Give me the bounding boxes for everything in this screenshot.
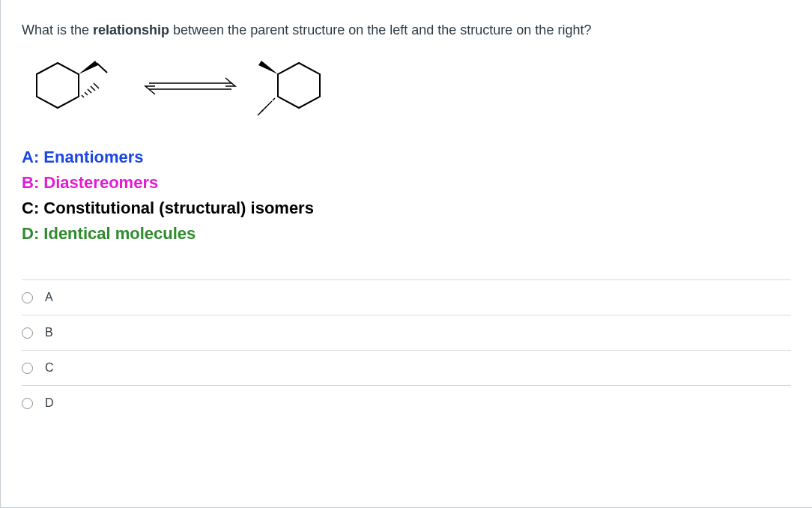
option-label: A (45, 291, 53, 304)
question-suffix: between the parent structure on the left… (169, 22, 591, 37)
answer-key-d: D: Identical molecules (22, 221, 791, 247)
question-prefix: What is the (22, 22, 93, 37)
question-bold: relationship (93, 22, 169, 37)
svg-line-16 (258, 110, 263, 115)
svg-line-4 (85, 92, 88, 95)
svg-marker-0 (37, 63, 79, 108)
answer-key-a: A: Enantiomers (22, 145, 791, 170)
option-row[interactable]: C (22, 350, 791, 385)
option-row[interactable]: A (22, 279, 791, 315)
answer-key: A: Enantiomers B: Diastereomers C: Const… (22, 145, 791, 247)
svg-line-7 (94, 83, 99, 88)
svg-line-6 (91, 86, 95, 91)
option-label: C (45, 361, 54, 375)
svg-marker-10 (278, 63, 320, 108)
svg-line-3 (82, 95, 84, 97)
molecule-diagram (22, 52, 791, 127)
radio-icon[interactable] (22, 363, 33, 374)
question-container: What is the relationship between the par… (0, 0, 812, 508)
radio-icon[interactable] (22, 292, 33, 303)
svg-line-12 (273, 98, 275, 100)
option-label: D (45, 396, 54, 410)
svg-line-2 (97, 63, 107, 73)
svg-line-13 (269, 101, 272, 104)
svg-marker-11 (258, 61, 278, 74)
options-list: A B C D (22, 279, 791, 420)
option-label: B (45, 326, 53, 339)
answer-key-b: B: Diastereomers (22, 170, 791, 196)
radio-icon[interactable] (22, 398, 33, 409)
answer-key-c: C: Constitutional (structural) isomers (22, 196, 791, 221)
question-prompt: What is the relationship between the par… (22, 22, 791, 38)
radio-icon[interactable] (22, 327, 33, 339)
svg-marker-1 (79, 61, 98, 74)
svg-line-5 (88, 89, 91, 93)
option-row[interactable]: D (22, 385, 791, 420)
option-row[interactable]: B (22, 315, 791, 350)
